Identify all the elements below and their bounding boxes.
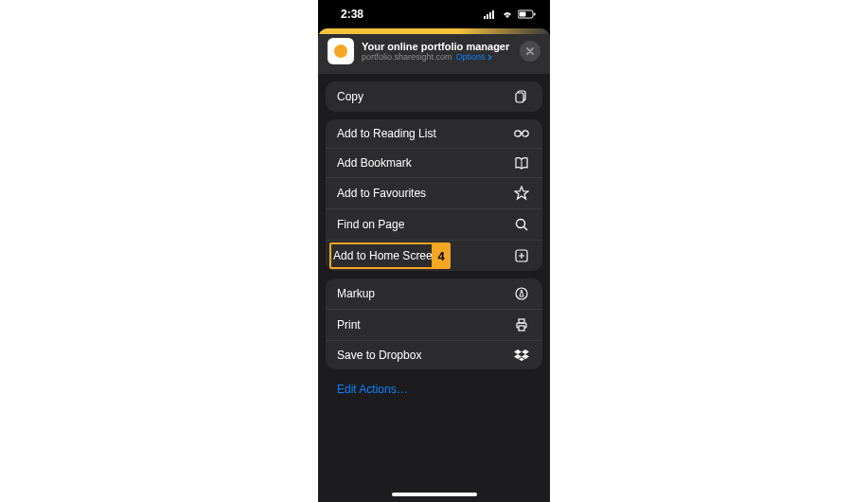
action-label: Add Bookmark xyxy=(337,156,412,170)
printer-icon xyxy=(514,317,529,332)
group-actions-1: Add to Reading List Add Bookmark Add to … xyxy=(326,119,542,271)
sheet-body: Copy Add to Reading List Add Bookmark xyxy=(318,74,550,409)
svg-rect-8 xyxy=(516,93,523,102)
status-icons xyxy=(484,9,537,19)
annotation-badge: 4 xyxy=(432,242,451,269)
close-button[interactable] xyxy=(520,41,540,62)
action-label: Print xyxy=(337,318,361,332)
action-find-on-page[interactable]: Find on Page xyxy=(326,208,542,240)
svg-rect-6 xyxy=(534,13,536,16)
sheet-header: Your online portfolio manager portfolio.… xyxy=(318,28,550,74)
options-link[interactable]: Options xyxy=(456,52,493,62)
cellular-icon xyxy=(484,9,497,19)
svg-rect-20 xyxy=(519,326,524,331)
markup-icon xyxy=(514,286,529,301)
group-copy: Copy xyxy=(326,81,542,112)
copy-icon xyxy=(514,89,529,104)
action-add-favourites[interactable]: Add to Favourites xyxy=(326,177,542,208)
share-sheet: Your online portfolio manager portfolio.… xyxy=(318,28,550,502)
svg-rect-0 xyxy=(484,16,486,19)
edit-actions-link[interactable]: Edit Actions… xyxy=(326,377,419,402)
wifi-icon xyxy=(501,9,514,19)
status-bar: 2:38 xyxy=(318,0,550,28)
svg-point-10 xyxy=(523,131,528,136)
action-label: Add to Home Screen xyxy=(333,249,438,262)
plus-square-icon xyxy=(514,248,529,263)
accent-bar xyxy=(318,28,550,34)
chevron-right-icon xyxy=(487,54,492,61)
action-copy[interactable]: Copy xyxy=(326,81,542,112)
site-icon-glyph xyxy=(332,43,349,60)
group-actions-2: Markup Print Save to Dropbox xyxy=(326,278,542,369)
close-icon xyxy=(525,46,535,56)
svg-point-12 xyxy=(517,220,525,228)
action-label: Save to Dropbox xyxy=(337,349,421,362)
header-text: Your online portfolio manager portfolio.… xyxy=(362,41,512,62)
action-markup[interactable]: Markup xyxy=(326,278,542,309)
svg-rect-19 xyxy=(519,319,524,323)
annotation-highlight: Add to Home Screen xyxy=(329,242,442,269)
action-add-home-screen[interactable]: Add to Home Screen 4 xyxy=(326,240,542,271)
svg-rect-5 xyxy=(520,12,526,17)
svg-rect-2 xyxy=(489,12,491,19)
site-icon xyxy=(328,38,354,64)
page-domain: portfolio.sharesight.com xyxy=(362,52,452,62)
svg-point-9 xyxy=(515,131,521,136)
book-icon xyxy=(514,156,529,170)
search-icon xyxy=(514,217,529,232)
action-print[interactable]: Print xyxy=(326,309,542,340)
svg-rect-3 xyxy=(492,10,494,19)
action-save-dropbox[interactable]: Save to Dropbox xyxy=(326,340,542,369)
action-label: Add to Reading List xyxy=(337,127,436,140)
home-indicator[interactable] xyxy=(392,493,477,496)
action-label: Find on Page xyxy=(337,218,404,231)
header-subtitle: portfolio.sharesight.com Options xyxy=(362,52,512,62)
dropbox-icon xyxy=(514,349,529,362)
action-label: Copy xyxy=(337,90,363,103)
battery-icon xyxy=(518,9,537,19)
phone-frame: 2:38 Your online portfolio manager portf… xyxy=(318,0,550,502)
page-title: Your online portfolio manager xyxy=(362,41,512,52)
action-label: Add to Favourites xyxy=(337,187,426,200)
action-add-bookmark[interactable]: Add Bookmark xyxy=(326,148,542,177)
status-time: 2:38 xyxy=(341,8,363,21)
star-icon xyxy=(514,186,529,201)
action-reading-list[interactable]: Add to Reading List xyxy=(326,119,542,148)
glasses-icon xyxy=(513,129,530,138)
svg-rect-1 xyxy=(487,14,488,19)
svg-line-13 xyxy=(524,227,528,231)
action-label: Markup xyxy=(337,287,375,300)
